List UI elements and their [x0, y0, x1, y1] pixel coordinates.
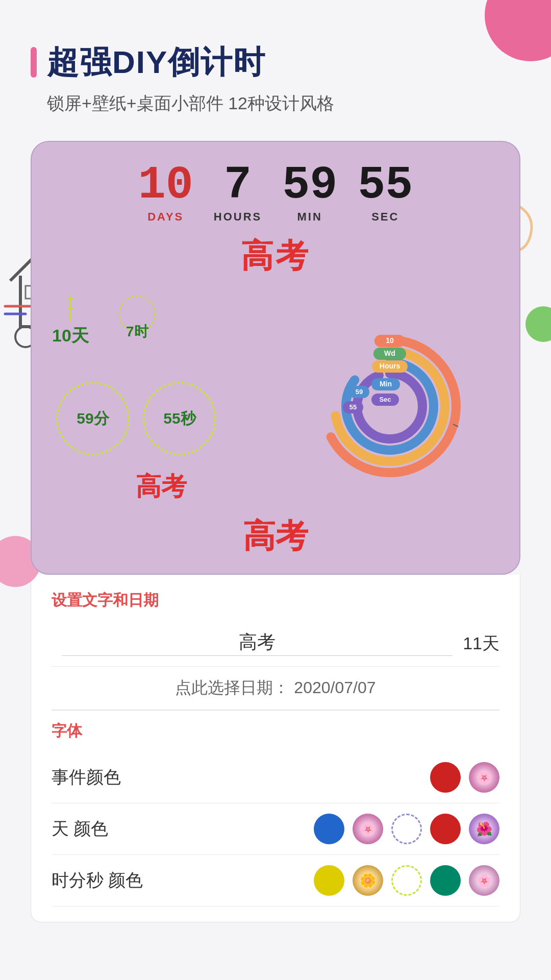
- hours-number: 7: [224, 162, 252, 208]
- hours-label: HOURS: [214, 210, 262, 224]
- settings-section-label: 设置文字和日期: [52, 590, 499, 611]
- sec-label: SEC: [371, 210, 399, 224]
- header-bar-decoration: [31, 47, 37, 78]
- date-value: 2020/07/07: [294, 678, 375, 697]
- mins-secs-row: 59分 55秒: [52, 378, 270, 459]
- svg-text:Sec: Sec: [379, 396, 391, 403]
- bg-circle-mid-right: [525, 306, 551, 342]
- widget-inner: 10天 7时: [52, 293, 499, 504]
- event-color-flower[interactable]: 🌸: [469, 762, 499, 793]
- day-color-red-dot[interactable]: [430, 814, 461, 844]
- widget-right: 10 Wd Hours 59 Min 55: [281, 327, 499, 470]
- secs-ring-container: 55秒: [139, 378, 220, 459]
- widget-left: 10天 7时: [52, 293, 270, 504]
- bottom-card-title: 高考: [52, 514, 499, 558]
- hms-color-options: 🌼 🌸: [314, 865, 499, 896]
- digital-countdown-row: 10 DAYS 7 HOURS 59 MIN 55 SEC: [52, 162, 499, 224]
- font-section: 字体 事件颜色 🌸 天 颜色 🌸 🌺 时分秒 颜色: [52, 721, 499, 906]
- donut-chart-container: 10 Wd Hours 59 Min 55: [318, 327, 461, 470]
- secs-ring-label: 55秒: [163, 408, 195, 429]
- hms-color-label: 时分秒 颜色: [52, 869, 154, 892]
- svg-text:10: 10: [386, 336, 394, 345]
- day-color-flower2[interactable]: 🌺: [469, 814, 499, 844]
- date-label: 点此选择日期：: [175, 678, 289, 697]
- hours-ring-label: 7时: [126, 322, 148, 341]
- event-name-row[interactable]: 11天: [52, 621, 499, 667]
- hours-unit: 7 HOURS: [214, 162, 262, 224]
- days-number: 10: [138, 162, 193, 208]
- font-section-label: 字体: [52, 721, 499, 742]
- min-number: 59: [282, 162, 337, 208]
- days-ticks-icon: [65, 293, 76, 324]
- hours-display: 7时: [99, 293, 176, 370]
- mins-ring-label: 59分: [77, 408, 109, 429]
- header: 超强DIY倒计时 锁屏+壁纸+桌面小部件 12种设计风格: [0, 0, 551, 131]
- card-event-title-top: 高考: [52, 234, 499, 278]
- days-unit: 10 DAYS: [138, 162, 193, 224]
- settings-area: 设置文字和日期 11天 点此选择日期： 2020/07/07 字体 事件颜色 🌸…: [31, 575, 520, 922]
- date-select-row[interactable]: 点此选择日期： 2020/07/07: [52, 667, 499, 710]
- date-select-text[interactable]: 点此选择日期： 2020/07/07: [52, 677, 499, 699]
- hms-color-yellow-dot[interactable]: [314, 865, 344, 896]
- hms-color-row: 时分秒 颜色 🌼 🌸: [52, 855, 499, 906]
- event-color-row: 事件颜色 🌸: [52, 752, 499, 803]
- app-subtitle: 锁屏+壁纸+桌面小部件 12种设计风格: [47, 92, 520, 115]
- min-label: MIN: [297, 210, 322, 224]
- event-color-red-dot[interactable]: [430, 762, 461, 793]
- svg-text:Hours: Hours: [380, 362, 400, 370]
- day-color-flower1[interactable]: 🌸: [353, 814, 383, 844]
- hms-color-flower1[interactable]: 🌼: [353, 865, 383, 896]
- svg-text:59: 59: [356, 388, 363, 396]
- day-color-options: 🌸 🌺: [314, 814, 499, 844]
- divider: [52, 710, 499, 710]
- mins-ring-container: 59分: [52, 378, 134, 459]
- svg-text:Min: Min: [380, 380, 392, 388]
- day-color-blue-dot[interactable]: [314, 814, 344, 844]
- sec-unit: 55 SEC: [358, 162, 413, 224]
- day-color-outlined[interactable]: [391, 814, 422, 844]
- svg-text:Wd: Wd: [384, 349, 395, 357]
- hms-color-teal-dot[interactable]: [430, 865, 461, 896]
- donut-chart-svg: 10 Wd Hours 59 Min 55: [318, 327, 461, 485]
- sec-number: 55: [358, 162, 413, 208]
- event-color-label: 事件颜色: [52, 766, 154, 789]
- days-hours-text-row: 10天 7时: [52, 293, 270, 370]
- event-color-options: 🌸: [430, 762, 499, 793]
- days-count-badge: 11天: [463, 632, 499, 655]
- hours-dotted-ring: 7时: [99, 293, 176, 370]
- hms-color-flower2[interactable]: 🌸: [469, 865, 499, 896]
- days-text: 10天: [52, 324, 89, 348]
- event-name-input[interactable]: [62, 631, 453, 656]
- day-color-label: 天 颜色: [52, 817, 154, 841]
- app-title: 超强DIY倒计时: [47, 41, 266, 84]
- day-color-row: 天 颜色 🌸 🌺: [52, 803, 499, 855]
- min-unit: 59 MIN: [282, 162, 337, 224]
- svg-text:55: 55: [349, 403, 357, 411]
- days-display: 10天: [52, 293, 89, 370]
- hms-color-outlined-green[interactable]: [391, 865, 422, 896]
- left-event-title: 高考: [52, 470, 270, 504]
- days-label: DAYS: [147, 210, 184, 224]
- widget-card: 10 DAYS 7 HOURS 59 MIN 55 SEC 高考: [31, 141, 520, 575]
- header-title-row: 超强DIY倒计时: [31, 41, 520, 84]
